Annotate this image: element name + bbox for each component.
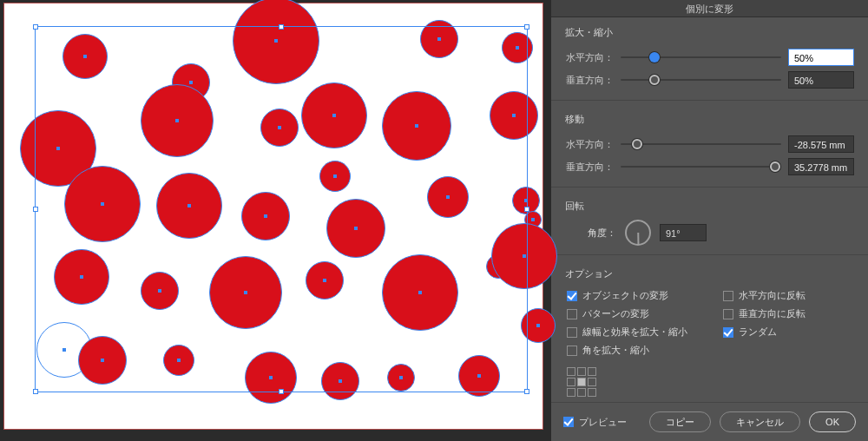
circle-shape[interactable] bbox=[319, 161, 351, 192]
opt-scale-corners[interactable]: 角を拡大・縮小 bbox=[567, 344, 697, 357]
circle-shape[interactable] bbox=[458, 355, 500, 397]
circle-shape[interactable] bbox=[382, 91, 451, 161]
circle-shape[interactable] bbox=[427, 176, 469, 218]
circle-shape[interactable] bbox=[260, 109, 299, 147]
opt-transform-patterns[interactable]: パターンの変形 bbox=[567, 307, 697, 320]
circle-shape[interactable] bbox=[387, 364, 415, 392]
circle-shape[interactable] bbox=[306, 261, 344, 299]
rotate-section: 回転 角度： 91° bbox=[551, 191, 868, 251]
opt-transform-objects[interactable]: オブジェクトの変形 bbox=[567, 289, 697, 302]
move-v-input[interactable]: 35.2778 mm bbox=[788, 158, 854, 175]
move-h-slider[interactable] bbox=[621, 135, 781, 153]
dialog-footer: プレビュー コピー キャンセル OK bbox=[551, 402, 868, 441]
scale-h-label: 水平方向： bbox=[565, 51, 614, 64]
transform-each-dialog: 個別に変形 拡大・縮小 水平方向： 50% 垂直方向： 50% 移動 水平方向：… bbox=[551, 0, 868, 441]
canvas-area[interactable] bbox=[0, 0, 551, 441]
circle-shape[interactable] bbox=[490, 91, 538, 140]
circle-shape[interactable] bbox=[64, 166, 141, 242]
circle-shape[interactable] bbox=[512, 187, 540, 214]
cancel-button[interactable]: キャンセル bbox=[720, 411, 800, 432]
circle-shape[interactable] bbox=[141, 84, 214, 157]
preview-checkbox[interactable]: プレビュー bbox=[563, 416, 627, 429]
move-v-label: 垂直方向： bbox=[565, 161, 614, 174]
circle-shape[interactable] bbox=[62, 34, 108, 79]
circle-shape[interactable] bbox=[382, 254, 458, 331]
circle-shape[interactable] bbox=[54, 249, 109, 305]
reference-point-grid[interactable] bbox=[567, 367, 854, 397]
circle-shape[interactable] bbox=[78, 336, 127, 385]
circle-shape[interactable] bbox=[521, 308, 556, 343]
circle-shape[interactable] bbox=[163, 345, 194, 376]
circle-shape[interactable] bbox=[241, 192, 290, 240]
circle-shape[interactable] bbox=[233, 0, 319, 84]
options-heading: オプション bbox=[565, 267, 854, 280]
circle-shape[interactable] bbox=[156, 173, 222, 239]
move-heading: 移動 bbox=[565, 113, 854, 126]
dialog-title: 個別に変形 bbox=[551, 0, 868, 17]
circle-shape[interactable] bbox=[502, 32, 533, 63]
scale-v-input[interactable]: 50% bbox=[788, 71, 854, 89]
scale-heading: 拡大・縮小 bbox=[565, 26, 854, 39]
circle-shape[interactable] bbox=[321, 362, 359, 400]
scale-section: 拡大・縮小 水平方向： 50% 垂直方向： 50% bbox=[551, 17, 868, 96]
angle-input[interactable]: 91° bbox=[660, 224, 707, 241]
scale-h-slider[interactable] bbox=[621, 49, 781, 66]
copy-button[interactable]: コピー bbox=[649, 411, 711, 432]
circle-shape[interactable] bbox=[209, 256, 282, 329]
move-h-label: 水平方向： bbox=[565, 138, 614, 151]
opt-scale-strokes[interactable]: 線幅と効果を拡大・縮小 bbox=[567, 326, 697, 339]
circle-shape[interactable] bbox=[141, 272, 179, 310]
circle-shape[interactable] bbox=[420, 20, 458, 58]
opt-reflect-x[interactable]: 水平方向に反転 bbox=[723, 289, 853, 302]
move-v-slider[interactable] bbox=[621, 158, 781, 175]
angle-dial[interactable] bbox=[625, 220, 651, 246]
angle-label: 角度： bbox=[588, 227, 616, 240]
circle-shape[interactable] bbox=[301, 82, 367, 148]
circle-shape[interactable] bbox=[491, 223, 557, 289]
scale-h-input[interactable]: 50% bbox=[788, 49, 854, 66]
move-h-input[interactable]: -28.575 mm bbox=[788, 135, 854, 153]
opt-random[interactable]: ランダム bbox=[723, 326, 853, 339]
circle-shape[interactable] bbox=[326, 199, 385, 258]
opt-reflect-y[interactable]: 垂直方向に反転 bbox=[723, 307, 853, 320]
rotate-heading: 回転 bbox=[565, 200, 854, 213]
ok-button[interactable]: OK bbox=[809, 411, 856, 432]
scale-v-label: 垂直方向： bbox=[565, 74, 614, 87]
move-section: 移動 水平方向： -28.575 mm 垂直方向： 35.2778 mm bbox=[551, 104, 868, 183]
artboard[interactable] bbox=[16, 4, 531, 421]
circle-shape[interactable] bbox=[245, 352, 297, 404]
scale-v-slider[interactable] bbox=[621, 71, 781, 89]
options-section: オプション オブジェクトの変形 水平方向に反転 パターンの変形 垂直方向に反転 … bbox=[551, 259, 868, 402]
